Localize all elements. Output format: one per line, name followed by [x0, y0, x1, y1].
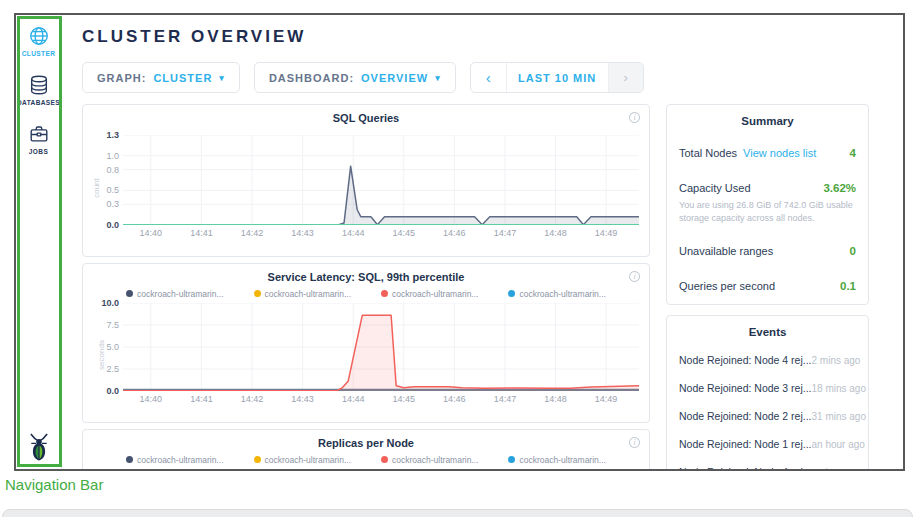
legend-item: cockroach-ultramarin... — [126, 454, 223, 465]
legend-label: cockroach-ultramarin... — [392, 289, 478, 299]
x-axis-tick-label: 14:49 — [595, 394, 618, 404]
summary-value: 0 — [850, 245, 856, 257]
x-axis-tick-label: 14:47 — [494, 394, 517, 404]
y-axis-tick-label: 5.0 — [106, 342, 119, 352]
legend-dot-icon — [381, 456, 388, 463]
summary-value: 4 — [850, 147, 856, 159]
time-range-prev-button[interactable]: ‹ — [471, 63, 507, 92]
summary-title: Summary — [679, 115, 856, 127]
x-axis-tick-label: 14:49 — [595, 228, 618, 238]
event-time: an hour ago — [812, 439, 865, 450]
x-axis: 14:4014:4114:4214:4314:4414:4514:4614:47… — [123, 228, 639, 240]
dashboard-dropdown[interactable]: DASHBOARD: OVERVIEW ▾ — [254, 62, 456, 93]
sidebar-item-databases[interactable]: DATABASES — [17, 74, 60, 106]
legend-label: cockroach-ultramarin... — [392, 455, 478, 465]
info-icon[interactable]: i — [629, 437, 640, 448]
sidebar-item-label: JOBS — [29, 148, 48, 155]
events-panel: Events Node Rejoined: Node 4 rej...2 min… — [666, 315, 869, 471]
event-message: Node Rejoined: Node 4 rej... — [679, 466, 812, 471]
legend-label: cockroach-ultramarin... — [519, 289, 605, 299]
cockroach-logo-icon[interactable] — [26, 432, 52, 462]
annotation-bottom-bar — [2, 509, 913, 517]
legend-dot-icon — [508, 290, 515, 297]
y-axis: 1.31.00.80.50.30.0 — [93, 135, 123, 225]
jobs-briefcase-icon — [28, 123, 50, 145]
chart-title: Replicas per Node — [93, 437, 639, 450]
chart-legend: cockroach-ultramarin...cockroach-ultrama… — [93, 454, 639, 465]
annotation-label: Navigation Bar — [5, 476, 103, 493]
legend-dot-icon — [254, 290, 261, 297]
legend-label: cockroach-ultramarin... — [265, 455, 351, 465]
summary-value: 0.1 — [840, 280, 856, 292]
summary-line: Capacity Used3.62% — [679, 178, 856, 196]
y-axis-tick-label: 2.5 — [106, 364, 119, 374]
legend-item: cockroach-ultramarin... — [508, 454, 605, 465]
event-row[interactable]: Node Rejoined: Node 1 rej...an hour ago — [679, 430, 856, 458]
event-message: Node Rejoined: Node 3 rej... — [679, 382, 812, 394]
summary-label-group: Unavailable ranges — [679, 241, 773, 259]
y-axis: 10.07.55.02.50.0 — [93, 303, 123, 391]
summary-label-group: Queries per second — [679, 276, 775, 294]
summary-row: Unavailable ranges0 — [679, 233, 856, 268]
chart-plot-svg — [123, 135, 639, 225]
legend-dot-icon — [254, 456, 261, 463]
x-axis-tick-label: 14:48 — [544, 394, 567, 404]
summary-row: Capacity Used3.62%You are using 26.8 GiB… — [679, 170, 856, 233]
main-content: CLUSTER OVERVIEW GRAPH: CLUSTER ▾ DASHBO… — [62, 15, 903, 469]
legend-dot-icon — [381, 290, 388, 297]
replicas-per-node-chart-card: Replicas per Node i cockroach-ultramarin… — [82, 429, 650, 471]
events-title: Events — [679, 326, 856, 338]
legend-dot-icon — [126, 290, 133, 297]
page-title: CLUSTER OVERVIEW — [82, 27, 903, 47]
y-axis-tick-label: 0.0 — [106, 220, 119, 230]
summary-value: 3.62% — [823, 182, 856, 194]
chart-plot-svg — [123, 303, 639, 391]
sidebar-item-jobs[interactable]: JOBS — [17, 123, 60, 155]
x-axis-tick-label: 14:42 — [241, 394, 264, 404]
summary-label-group: Capacity Used — [679, 178, 751, 196]
event-row[interactable]: Node Rejoined: Node 4 rej...an hour ago — [679, 458, 856, 471]
x-axis-tick-label: 14:43 — [291, 394, 314, 404]
legend-item: cockroach-ultramarin... — [254, 454, 351, 465]
summary-line: Total NodesView nodes list4 — [679, 143, 856, 161]
x-axis-tick-label: 14:41 — [190, 394, 213, 404]
chart-plot-svg — [123, 469, 639, 471]
chart-legend: cockroach-ultramarin...cockroach-ultrama… — [93, 288, 639, 299]
y-axis-tick-label: 0.0 — [106, 386, 119, 396]
sidebar-item-cluster[interactable]: CLUSTER — [17, 25, 60, 57]
chart-plot — [123, 469, 639, 471]
event-row[interactable]: Node Rejoined: Node 4 rej...2 mins ago — [679, 346, 856, 374]
info-icon[interactable]: i — [629, 271, 640, 282]
event-time: 31 mins ago — [812, 411, 866, 422]
y-axis-tick-label: 1.0 — [106, 151, 119, 161]
summary-label: Capacity Used — [679, 182, 751, 194]
screenshot-canvas: CLUSTERDATABASESJOBS CLUSTER OVERVIEW GR… — [0, 0, 915, 517]
info-icon[interactable]: i — [629, 112, 640, 123]
time-range-label[interactable]: LAST 10 MIN — [507, 63, 609, 92]
summary-row: Queries per second0.1 — [679, 268, 856, 303]
legend-item: cockroach-ultramarin... — [126, 288, 223, 299]
summary-label: Total Nodes — [679, 147, 737, 159]
legend-item: cockroach-ultramarin... — [508, 288, 605, 299]
sidebar-item-label: DATABASES — [17, 99, 60, 106]
sidebar-items: CLUSTERDATABASESJOBS — [17, 25, 60, 172]
legend-item: cockroach-ultramarin... — [381, 288, 478, 299]
x-axis-tick-label: 14:47 — [494, 228, 517, 238]
event-row[interactable]: Node Rejoined: Node 3 rej...18 mins ago — [679, 374, 856, 402]
legend-item: cockroach-ultramarin... — [381, 454, 478, 465]
event-row[interactable]: Node Rejoined: Node 2 rej...31 mins ago — [679, 402, 856, 430]
summary-label: Queries per second — [679, 280, 775, 292]
x-axis-tick-label: 14:46 — [443, 228, 466, 238]
view-nodes-list-link[interactable]: View nodes list — [743, 147, 816, 159]
graph-dropdown[interactable]: GRAPH: CLUSTER ▾ — [82, 62, 240, 93]
legend-label: cockroach-ultramarin... — [137, 455, 223, 465]
event-time: 18 mins ago — [812, 383, 866, 394]
databases-icon — [28, 74, 50, 96]
y-axis-tick-label: 0.8 — [106, 165, 119, 175]
legend-label: cockroach-ultramarin... — [137, 289, 223, 299]
admin-ui-window: CLUSTERDATABASESJOBS CLUSTER OVERVIEW GR… — [14, 13, 905, 471]
chart-title: SQL Queries — [93, 112, 639, 125]
charts-column: SQL Queries i count 1.31.00.80.50.30.0 1… — [82, 104, 650, 471]
legend-label: cockroach-ultramarin... — [519, 455, 605, 465]
legend-dot-icon — [126, 456, 133, 463]
